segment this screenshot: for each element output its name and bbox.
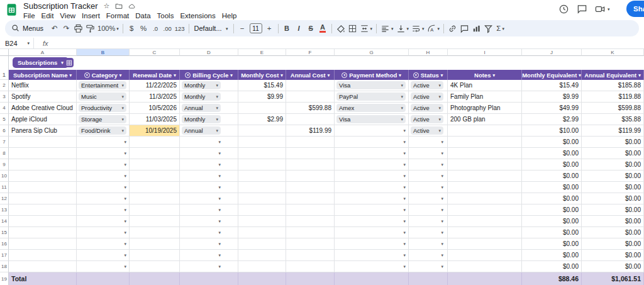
table-name-chip[interactable]: Subscriptions ▾ <box>13 57 69 68</box>
cell-annual-cost[interactable] <box>286 238 335 250</box>
italic-button[interactable]: I <box>293 21 305 35</box>
payment-dropdown[interactable]: ▾ <box>336 196 406 201</box>
row-number[interactable]: 13 <box>0 204 9 216</box>
cell-subscription-name[interactable]: Adobe Creative Cloud <box>9 103 77 114</box>
billing-chip[interactable]: Annual▾ <box>182 104 221 112</box>
insert-link-button[interactable] <box>447 21 458 35</box>
cell-monthly-cost[interactable] <box>238 103 286 114</box>
cell-payment-method[interactable]: Visa▾ <box>335 80 409 91</box>
cell-renewal-date[interactable]: 11/22/2025 <box>130 80 180 91</box>
cell-billing-cycle[interactable]: ▾ <box>180 227 238 238</box>
cell-annual-cost[interactable] <box>286 250 335 261</box>
cell-notes[interactable]: 200 GB plan <box>448 114 522 125</box>
cell-category[interactable]: ▾ <box>77 216 130 227</box>
comment-history-icon[interactable] <box>577 3 588 14</box>
billing-dropdown[interactable]: ▾ <box>182 219 221 223</box>
cell-annual-equivalent[interactable]: $0.00 <box>582 227 644 238</box>
total-annual-equivalent[interactable]: $1,061.51 <box>582 272 644 285</box>
billing-chip[interactable]: Annual▾ <box>182 126 221 135</box>
row-number[interactable]: 1 <box>0 70 9 80</box>
cell-status[interactable]: ▾ <box>409 170 448 182</box>
cell-billing-cycle[interactable]: ▾ <box>180 216 238 227</box>
cell-monthly-equivalent[interactable]: $15.49 <box>522 80 582 91</box>
cell-status[interactable]: ▾ <box>409 148 448 159</box>
menu-extensions[interactable]: Extensions <box>177 12 218 20</box>
cell-category[interactable]: ▾ <box>77 137 130 148</box>
payment-dropdown[interactable]: ▾ <box>336 219 406 223</box>
cell-billing-cycle[interactable]: Annual▾ <box>180 125 238 137</box>
cell-monthly-cost[interactable] <box>238 227 286 238</box>
cell-notes[interactable]: Family Plan <box>448 91 522 103</box>
cell-category[interactable]: ▾ <box>77 238 130 250</box>
column-letter-H[interactable]: H <box>409 49 448 56</box>
cell-monthly-cost[interactable] <box>238 216 286 227</box>
cell-payment-method[interactable]: ▾ <box>335 227 409 238</box>
cell-notes[interactable] <box>448 216 522 227</box>
header-category[interactable]: ▾Category▾ <box>77 70 130 80</box>
row-number[interactable]: 3 <box>0 91 9 103</box>
cell-monthly-cost[interactable] <box>238 170 286 182</box>
row-number[interactable]: 12 <box>0 193 9 204</box>
row-number[interactable]: 16 <box>0 238 9 250</box>
select-all-corner[interactable] <box>0 49 9 56</box>
cell-annual-equivalent[interactable]: $0.00 <box>582 261 644 272</box>
category-dropdown[interactable]: ▾ <box>79 208 126 212</box>
font-size-input[interactable]: 11 <box>250 23 262 33</box>
cell-renewal-date[interactable] <box>130 216 180 227</box>
cell-renewal-date[interactable] <box>130 227 180 238</box>
header-billing-cycle[interactable]: ▾Billing Cycle▾ <box>180 70 238 80</box>
cell-category[interactable]: Productivity▾ <box>77 103 130 114</box>
cell-annual-cost[interactable] <box>286 227 335 238</box>
cell-monthly-cost[interactable] <box>238 238 286 250</box>
cell-payment-method[interactable]: ▾ <box>335 137 409 148</box>
row-number[interactable]: 18 <box>0 261 9 272</box>
status-chip[interactable]: Active▾ <box>411 92 443 101</box>
row-number[interactable]: 9 <box>0 159 9 170</box>
increase-font-size-button[interactable]: + <box>264 21 275 35</box>
header-notes[interactable]: Notes▾ <box>448 70 522 80</box>
column-letter-C[interactable]: C <box>130 49 180 56</box>
billing-dropdown[interactable]: ▾ <box>182 151 221 155</box>
meet-button[interactable]: ▾ <box>595 3 610 14</box>
cell-status[interactable]: Active▾ <box>409 80 448 91</box>
cell-payment-method[interactable]: Amex▾ <box>335 103 409 114</box>
total-monthly-equivalent[interactable]: $88.46 <box>522 272 582 285</box>
cell-notes[interactable] <box>448 250 522 261</box>
payment-dropdown[interactable]: ▾ <box>336 174 406 178</box>
cell-status[interactable]: ▾ <box>409 193 448 204</box>
horizontal-align-button[interactable]: ▾ <box>379 21 395 35</box>
cell-billing-cycle[interactable]: ▾ <box>180 137 238 148</box>
cell-subscription-name[interactable] <box>9 159 77 170</box>
fill-color-button[interactable] <box>335 21 347 35</box>
header-monthly-cost[interactable]: Monthly Cost▾ <box>238 70 286 80</box>
total-label[interactable]: Total <box>9 272 77 285</box>
payment-dropdown[interactable]: ▾ <box>336 264 406 269</box>
cell-category[interactable]: ▾ <box>77 204 130 216</box>
cell-renewal-date[interactable] <box>130 193 180 204</box>
cell-billing-cycle[interactable]: ▾ <box>180 193 238 204</box>
status-dropdown[interactable]: ▾ <box>411 151 443 155</box>
billing-dropdown[interactable]: ▾ <box>182 208 221 212</box>
column-letter-F[interactable]: F <box>286 49 335 56</box>
billing-dropdown[interactable]: ▾ <box>182 162 221 167</box>
cell-monthly-cost[interactable] <box>238 182 286 193</box>
status-dropdown[interactable]: ▾ <box>411 230 443 235</box>
status-dropdown[interactable]: ▾ <box>411 185 443 189</box>
cell-payment-method[interactable]: PayPal▾ <box>335 91 409 103</box>
cell-notes[interactable]: 4K Plan <box>448 80 522 91</box>
insert-comment-button[interactable] <box>458 21 470 35</box>
star-icon[interactable]: ☆ <box>104 3 110 9</box>
cell-category[interactable]: ▾ <box>77 261 130 272</box>
cell-annual-equivalent[interactable]: $0.00 <box>582 159 644 170</box>
cell-renewal-date[interactable]: 11/3/2025 <box>130 91 180 103</box>
header-renewal-date[interactable]: Renewal Date▾ <box>130 70 180 80</box>
cell-status[interactable]: Active▾ <box>409 125 448 137</box>
cell-notes[interactable] <box>448 125 522 137</box>
cell-subscription-name[interactable] <box>9 182 77 193</box>
column-letter-B[interactable]: B <box>77 49 130 56</box>
cell-category[interactable]: ▾ <box>77 148 130 159</box>
payment-dropdown[interactable]: ▾ <box>336 140 406 144</box>
cell-monthly-equivalent[interactable]: $0.00 <box>522 159 582 170</box>
strikethrough-button[interactable]: S <box>305 21 317 35</box>
cell-monthly-cost[interactable] <box>238 204 286 216</box>
